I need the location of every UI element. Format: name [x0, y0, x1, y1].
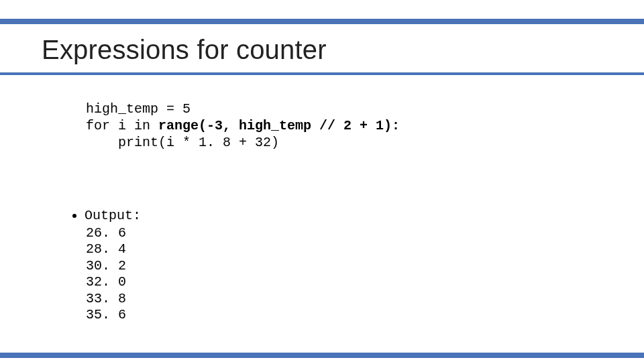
code-line-3: print(i * 1. 8 + 32) [86, 135, 279, 150]
code-block: high_temp = 5 for i in range(-3, high_te… [86, 101, 400, 151]
output-values: 26. 6 28. 4 30. 2 32. 0 33. 8 35. 6 [86, 225, 126, 323]
code-line-2b: range(-3, high_temp // 2 + 1): [158, 118, 400, 133]
bullet-icon [72, 214, 76, 218]
output-label: Output: [85, 208, 141, 223]
bottom-rule [0, 353, 644, 358]
output-bullet: Output: [72, 208, 141, 223]
top-rule [0, 19, 644, 24]
code-line-2a: for i in [86, 118, 158, 133]
slide-title: Expressions for counter [42, 35, 327, 65]
code-line-1: high_temp = 5 [86, 101, 191, 117]
slide: Expressions for counter high_temp = 5 fo… [0, 0, 644, 362]
title-underline [0, 72, 644, 75]
